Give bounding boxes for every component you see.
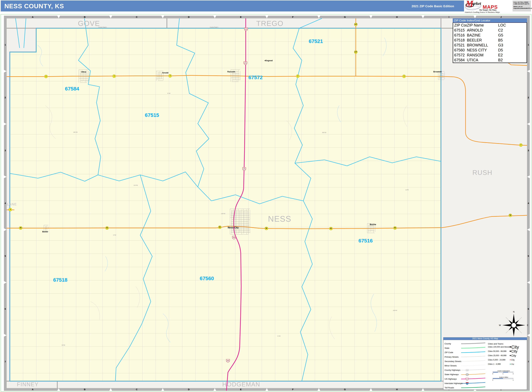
state-highway-shield: 4	[168, 74, 172, 77]
state-highway-shield: 4	[519, 144, 522, 147]
town-label: Ness City	[228, 226, 239, 229]
legend-line-label: County Highways	[445, 369, 460, 371]
state-shield-number: 4	[170, 75, 171, 77]
shield-number: 123	[466, 378, 468, 379]
legend-title: 2021 Ness County, KS Map	[443, 337, 527, 340]
ness-county-area	[10, 28, 441, 381]
grid-letter: C	[136, 16, 138, 18]
edition-label: 2021 ZIP Code Basic Edition	[370, 4, 454, 8]
town-label: Osgood	[265, 59, 273, 62]
grid-letter: A	[32, 388, 33, 391]
us-shield-number: 283	[245, 28, 247, 30]
shield-number: 123	[467, 383, 468, 384]
legend-line-sample	[461, 360, 485, 361]
compass-e-label: E	[527, 324, 528, 327]
legend-body: 123123123123CityCityCityCityCity01201Cou…	[443, 340, 527, 390]
zip-index-header-row: ZIP CodeZIP NameLOC	[453, 23, 527, 28]
legend-cities-title: Cities and Towns	[488, 343, 503, 345]
state-shield-number: 4	[297, 75, 298, 77]
logo-subtitle: America's Leading Source of Business Map…	[465, 11, 500, 14]
legend-shield-sample: 123	[466, 382, 469, 385]
zip-index-row-cell: 67560	[453, 48, 467, 53]
scale-km-tick: 2	[513, 373, 513, 374]
county-label-ness: NESS	[268, 214, 291, 223]
town-label: Utica	[81, 71, 86, 73]
state-shield-number: 96	[266, 228, 267, 229]
compass-w-label: W	[499, 324, 501, 327]
grid-letter: B	[84, 388, 85, 391]
zip-label-67515: 67515	[145, 112, 159, 118]
state-highway-shield: 96	[106, 226, 108, 229]
grid-number: 1	[528, 43, 529, 46]
legend-line-label: Toll Roads	[445, 387, 454, 389]
road-label: G Rd	[277, 335, 280, 337]
grid-letter: D	[188, 16, 190, 18]
scale-mi-tick: 0	[492, 379, 493, 381]
zip-label-67518: 67518	[53, 277, 68, 283]
zip-index-row: 67584UTICAB2	[453, 58, 527, 63]
grid-letter: F	[292, 16, 294, 18]
county-label-rush: RUSH	[472, 169, 493, 176]
road-label: County Road A	[210, 26, 219, 28]
town-label: Ransom	[227, 70, 235, 73]
legend-line-sample	[461, 378, 485, 379]
legend-city-dot	[510, 346, 511, 348]
zip-index-row-cell: B2	[498, 58, 527, 63]
county-label-lane: LANE	[7, 202, 17, 206]
state-highway-shield: 147	[354, 23, 357, 26]
road-label: K Rd	[113, 234, 116, 236]
us-highway-shield: 283	[226, 359, 230, 362]
state-highway-shield: 96	[509, 214, 512, 217]
us-highway-shield: 283	[243, 168, 246, 171]
scale-mi-tick: 1	[513, 379, 513, 381]
us-shield-number: 283	[244, 62, 247, 64]
contact-line: EMAIL US AT:	[513, 6, 531, 7]
zip-index-row-cell: G5	[498, 33, 527, 38]
compass-hub	[511, 323, 516, 328]
grid-letter: B	[84, 16, 85, 18]
zip-index-row-cell: 67518	[453, 38, 467, 43]
map-legend: 2021 Ness County, KS Map 123123123123Cit…	[443, 337, 527, 389]
zip-index-row: 67515ARNOLDC2	[453, 28, 527, 33]
state-highway-shield: 4	[113, 75, 116, 78]
zip-index-title: ZIP Code Index/Grid Locator	[453, 19, 527, 23]
grid-number: 5	[5, 255, 6, 257]
road-label: 260 Rd	[322, 132, 326, 133]
town-label: Arnold	[162, 72, 168, 74]
zip-index-row-cell: UTICA	[467, 58, 498, 63]
legend-line-sample	[461, 383, 485, 383]
zip-index-row-cell: 67572	[453, 53, 467, 58]
town-osgood: Osgood	[265, 59, 273, 62]
zip-label-67521: 67521	[309, 38, 323, 44]
zip-index-row-cell: RANSOM	[467, 53, 498, 58]
legend-shield-sample: 123	[466, 378, 469, 380]
contact-box: CALL US TOLL FREE! 1-888-434-MAPS (6277)…	[513, 1, 531, 11]
state-highway-shield: 147	[354, 51, 357, 54]
legend-line-label: Primary Streets	[445, 356, 459, 358]
grid-letter: E	[240, 16, 242, 18]
grid-letter: F	[292, 388, 294, 391]
contact-line: 1-888-434-MAPS (6277)	[513, 3, 531, 5]
town-label: Beeler	[42, 231, 48, 233]
legend-line-sample	[461, 352, 485, 353]
zip-label-67584: 67584	[65, 86, 79, 92]
legend-line-label: Interstate Highways	[445, 382, 462, 384]
page-title: NESS COUNTY, KS	[4, 3, 64, 10]
zip-index-row-cell: ARNOLD	[467, 28, 498, 33]
scale-km-bar-segment	[503, 372, 508, 373]
grid-number: 5	[528, 255, 529, 257]
zip-index-row-cell: 67516	[453, 33, 467, 38]
road-label: 280 Rd	[73, 131, 78, 133]
zip-index-row: 67516BAZINEG5	[453, 33, 527, 38]
legend-city-sample: City	[511, 349, 517, 353]
state-shield-number: 147	[355, 51, 357, 53]
legend-city-class-label: Cities 5,000 - 24,999	[488, 359, 505, 361]
town-label: Bazine	[370, 223, 376, 226]
scale-km-label: Scale in Kilometers	[492, 370, 516, 372]
state-shield-number: 96	[394, 227, 396, 229]
grid-letter: D	[188, 388, 190, 391]
grid-number: 2	[528, 96, 529, 99]
zip-index-row-cell: B5	[498, 38, 527, 43]
state-highway-shield: 96	[265, 227, 268, 230]
zip-index-row-cell: 67584	[453, 58, 467, 63]
